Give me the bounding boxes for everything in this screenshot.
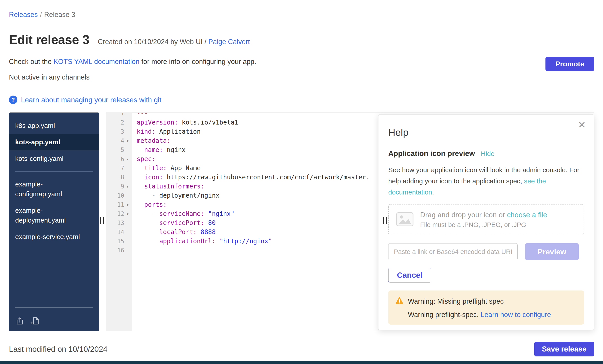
gutter-line: 14	[106, 227, 132, 237]
doc-line: Check out the KOTS YAML documentation fo…	[9, 57, 256, 66]
info-row: Check out the KOTS YAML documentation fo…	[9, 57, 594, 82]
gutter-line: 16	[106, 246, 132, 255]
breadcrumb-current: Release 3	[44, 11, 75, 19]
created-text: Created on 10/10/2024 by Web UI /	[98, 38, 209, 46]
gutter-line: 10	[106, 191, 132, 200]
footer-divider	[0, 338, 603, 338]
sidebar-resize-handle[interactable]	[100, 217, 104, 224]
warning-header: Warning: Missing preflight spec	[395, 296, 577, 306]
icon-preview-title: Application icon preview	[388, 149, 475, 158]
question-circle-icon: ?	[9, 96, 17, 104]
fold-caret-icon[interactable]: ▾	[124, 184, 131, 189]
line-number: 11	[117, 201, 124, 208]
file-item[interactable]: kots-config.yaml	[9, 150, 93, 167]
warning-icon	[395, 296, 404, 306]
line-number: 8	[121, 174, 124, 181]
gutter-line: 3	[106, 127, 132, 136]
description-text: See how your application icon will look …	[388, 166, 579, 185]
line-number: 1	[121, 112, 124, 117]
import-file-icon[interactable]	[15, 316, 24, 325]
dropzone-text: Drag and drop your icon or choose a file…	[420, 211, 547, 229]
bottom-bar	[0, 361, 603, 364]
channel-status: Not active in any channels	[9, 72, 256, 82]
fold-caret-icon[interactable]: ▾	[124, 211, 131, 217]
git-releases-link[interactable]: Learn about managing your releases with …	[21, 96, 162, 104]
line-number: 3	[121, 128, 124, 135]
icon-preview-header: Application icon preview Hide	[388, 149, 584, 158]
line-number: 16	[117, 247, 124, 254]
help-panel-resize-handle[interactable]	[383, 217, 387, 224]
new-file-icon[interactable]	[30, 316, 40, 325]
file-type-hint: File must be a .PNG, .JPEG, or .JPG	[420, 221, 547, 229]
gutter-line: 2	[106, 118, 132, 127]
gutter-line: 11▾	[106, 200, 132, 209]
help-title: Help	[388, 127, 584, 138]
fold-caret-icon[interactable]: ▾	[124, 138, 131, 143]
help-panel: ✕ Help Application icon preview Hide See…	[378, 114, 594, 330]
icon-dropzone[interactable]: Drag and drop your icon or choose a file…	[388, 204, 584, 235]
info-left: Check out the KOTS YAML documentation fo…	[9, 57, 256, 82]
file-item[interactable]: kots-app.yaml	[9, 134, 99, 150]
warning-detail: Warning preflight-spec. Learn how to con…	[395, 311, 577, 319]
line-number: 15	[117, 238, 124, 245]
gutter-line: 9▾	[106, 182, 132, 191]
breadcrumb-separator: /	[40, 11, 42, 19]
sidebar-actions	[9, 312, 99, 331]
gutter-line: 6▾	[106, 154, 132, 164]
line-number: 14	[117, 229, 124, 235]
footer: Last modified on 10/10/2024 Save release	[9, 342, 594, 356]
editor-gutter-lines: 1234▾56▾789▾1011▾12▾13141516	[106, 112, 132, 255]
gutter-line: 15	[106, 237, 132, 246]
page-title: Edit release 3	[9, 33, 89, 47]
file-item[interactable]: example-service.yaml	[9, 229, 93, 245]
line-number: 9	[121, 183, 124, 190]
description-suffix: .	[432, 188, 434, 196]
icon-url-row: Preview	[388, 243, 584, 260]
editor-gutter: 1234▾56▾789▾1011▾12▾13141516	[106, 113, 132, 331]
doc-line-suffix: for more info on configuring your app.	[139, 58, 256, 66]
line-number: 10	[117, 192, 124, 199]
image-placeholder-icon	[396, 212, 413, 227]
warning-text: Warning preflight-spec.	[408, 311, 481, 319]
file-sidebar: k8s-app.yamlkots-app.yamlkots-config.yam…	[9, 112, 99, 331]
close-icon[interactable]: ✕	[578, 120, 586, 130]
kots-yaml-doc-link[interactable]: KOTS YAML documentation	[54, 58, 139, 66]
file-item[interactable]: example-deployment.yaml	[9, 202, 93, 229]
breadcrumb: Releases/Release 3	[9, 0, 594, 19]
file-list-top: k8s-app.yamlkots-app.yamlkots-config.yam…	[9, 117, 99, 167]
preflight-warning: Warning: Missing preflight spec Warning …	[388, 290, 584, 325]
gutter-line: 12▾	[106, 209, 132, 218]
line-number: 4	[121, 137, 124, 144]
gutter-line: 7	[106, 164, 132, 173]
file-list-bottom: example-configmap.yamlexample-deployment…	[9, 176, 99, 245]
choose-file-link[interactable]: choose a file	[507, 211, 547, 219]
promote-button[interactable]: Promote	[545, 57, 594, 71]
cancel-button[interactable]: Cancel	[388, 268, 431, 282]
save-release-button[interactable]: Save release	[534, 342, 594, 356]
created-by-link[interactable]: Paige Calvert	[208, 38, 250, 46]
doc-line-prefix: Check out the	[9, 58, 54, 66]
line-number: 12	[117, 210, 124, 217]
learn-configure-link[interactable]: Learn how to configure	[481, 311, 551, 319]
gutter-line: 8	[106, 173, 132, 182]
icon-url-input[interactable]	[388, 243, 518, 260]
title-row: Edit release 3 Created on 10/10/2024 by …	[9, 33, 594, 47]
gutter-line: 5	[106, 145, 132, 154]
preview-button[interactable]: Preview	[525, 243, 579, 260]
file-item[interactable]: example-configmap.yaml	[9, 176, 93, 202]
line-number: 2	[121, 119, 124, 126]
breadcrumb-releases-link[interactable]: Releases	[9, 11, 38, 19]
fold-caret-icon[interactable]: ▾	[124, 156, 131, 162]
file-item[interactable]: k8s-app.yaml	[9, 117, 93, 134]
drop-text: Drag and drop your icon or	[420, 211, 507, 219]
line-number: 7	[121, 165, 124, 172]
edit-release-page: Releases/Release 3 Edit release 3 Create…	[0, 0, 603, 364]
file-list-divider	[15, 171, 93, 172]
line-number: 6	[121, 156, 124, 162]
gutter-line: 4▾	[106, 136, 132, 145]
line-number: 13	[117, 220, 124, 226]
dropzone-instruction: Drag and drop your icon or choose a file	[420, 211, 547, 219]
gutter-line: 1	[106, 112, 132, 118]
hide-link[interactable]: Hide	[481, 150, 495, 157]
fold-caret-icon[interactable]: ▾	[124, 202, 131, 207]
